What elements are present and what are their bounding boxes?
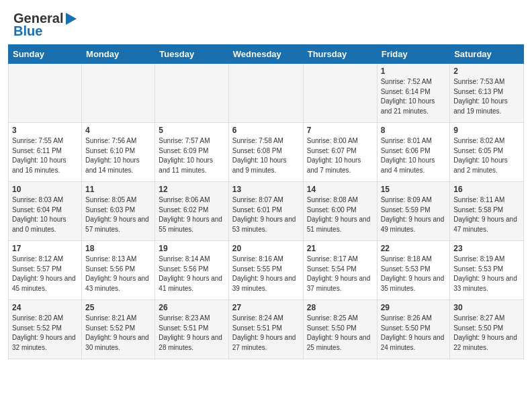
day-number: 13: [232, 185, 300, 194]
day-number: 28: [307, 303, 373, 312]
calendar-cell: 24Sunrise: 8:20 AMSunset: 5:52 PMDayligh…: [9, 300, 82, 359]
day-info: Sunrise: 8:09 AMSunset: 5:59 PMDaylight:…: [381, 195, 447, 234]
calendar-cell: [228, 64, 303, 123]
calendar-cell: 26Sunrise: 8:23 AMSunset: 5:51 PMDayligh…: [155, 300, 228, 359]
day-number: 24: [12, 303, 78, 312]
day-number: 17: [12, 244, 78, 253]
day-number: 19: [159, 244, 224, 253]
weekday-header-wednesday: Wednesday: [228, 45, 303, 64]
logo-blue: Blue: [13, 24, 42, 39]
day-info: Sunrise: 8:08 AMSunset: 6:00 PMDaylight:…: [307, 195, 373, 234]
calendar-cell: 25Sunrise: 8:21 AMSunset: 5:52 PMDayligh…: [82, 300, 155, 359]
calendar-cell: 3Sunrise: 7:55 AMSunset: 6:11 PMDaylight…: [9, 123, 82, 182]
day-info: Sunrise: 8:27 AMSunset: 5:50 PMDaylight:…: [453, 314, 520, 353]
day-info: Sunrise: 8:20 AMSunset: 5:52 PMDaylight:…: [12, 314, 78, 353]
calendar-cell: 27Sunrise: 8:24 AMSunset: 5:51 PMDayligh…: [228, 300, 303, 359]
calendar-wrapper: SundayMondayTuesdayWednesdayThursdayFrid…: [0, 44, 532, 367]
day-number: 15: [381, 185, 447, 194]
calendar-cell: [9, 64, 82, 123]
weekday-header-thursday: Thursday: [303, 45, 377, 64]
calendar-cell: 1Sunrise: 7:52 AMSunset: 6:14 PMDaylight…: [377, 64, 450, 123]
day-number: 14: [307, 185, 373, 194]
logo-arrow-icon: [63, 11, 78, 26]
calendar-cell: 17Sunrise: 8:12 AMSunset: 5:57 PMDayligh…: [9, 241, 82, 300]
calendar-cell: 18Sunrise: 8:13 AMSunset: 5:56 PMDayligh…: [82, 241, 155, 300]
calendar-cell: 9Sunrise: 8:02 AMSunset: 6:05 PMDaylight…: [450, 123, 524, 182]
calendar-cell: 7Sunrise: 8:00 AMSunset: 6:07 PMDaylight…: [303, 123, 377, 182]
day-info: Sunrise: 7:58 AMSunset: 6:08 PMDaylight:…: [232, 136, 300, 175]
day-info: Sunrise: 8:21 AMSunset: 5:52 PMDaylight:…: [85, 314, 151, 353]
calendar-cell: 12Sunrise: 8:06 AMSunset: 6:02 PMDayligh…: [155, 182, 228, 241]
calendar-cell: 2Sunrise: 7:53 AMSunset: 6:13 PMDaylight…: [450, 64, 524, 123]
day-info: Sunrise: 8:25 AMSunset: 5:50 PMDaylight:…: [307, 314, 373, 353]
day-info: Sunrise: 8:26 AMSunset: 5:50 PMDaylight:…: [381, 314, 447, 353]
day-number: 2: [453, 66, 520, 76]
calendar-week-1: 1Sunrise: 7:52 AMSunset: 6:14 PMDaylight…: [9, 64, 524, 123]
day-number: 5: [159, 126, 224, 135]
calendar-cell: 11Sunrise: 8:05 AMSunset: 6:03 PMDayligh…: [82, 182, 155, 241]
day-info: Sunrise: 8:13 AMSunset: 5:56 PMDaylight:…: [85, 255, 151, 293]
day-number: 25: [85, 303, 151, 312]
calendar-cell: 30Sunrise: 8:27 AMSunset: 5:50 PMDayligh…: [450, 300, 524, 359]
day-info: Sunrise: 8:07 AMSunset: 6:01 PMDaylight:…: [232, 195, 300, 234]
day-number: 30: [453, 303, 520, 312]
weekday-header-saturday: Saturday: [450, 45, 524, 64]
calendar-cell: [155, 64, 228, 123]
calendar-cell: 10Sunrise: 8:03 AMSunset: 6:04 PMDayligh…: [9, 182, 82, 241]
weekday-header-tuesday: Tuesday: [155, 45, 228, 64]
calendar-cell: [82, 64, 155, 123]
day-number: 11: [85, 185, 151, 194]
day-info: Sunrise: 8:23 AMSunset: 5:51 PMDaylight:…: [159, 314, 224, 353]
day-number: 23: [453, 244, 520, 253]
day-number: 6: [232, 126, 300, 135]
day-info: Sunrise: 8:00 AMSunset: 6:07 PMDaylight:…: [307, 136, 373, 175]
day-number: 10: [12, 185, 78, 194]
day-number: 16: [453, 185, 520, 194]
day-info: Sunrise: 8:19 AMSunset: 5:53 PMDaylight:…: [453, 255, 520, 293]
day-info: Sunrise: 8:01 AMSunset: 6:06 PMDaylight:…: [381, 136, 447, 175]
weekday-header-sunday: Sunday: [9, 45, 82, 64]
day-number: 22: [381, 244, 447, 253]
calendar-cell: 28Sunrise: 8:25 AMSunset: 5:50 PMDayligh…: [303, 300, 377, 359]
calendar-cell: 16Sunrise: 8:11 AMSunset: 5:58 PMDayligh…: [450, 182, 524, 241]
calendar-cell: 21Sunrise: 8:17 AMSunset: 5:54 PMDayligh…: [303, 241, 377, 300]
weekday-header-monday: Monday: [82, 45, 155, 64]
calendar-cell: 4Sunrise: 7:56 AMSunset: 6:10 PMDaylight…: [82, 123, 155, 182]
day-number: 7: [307, 126, 373, 135]
page-header: General Blue: [0, 0, 532, 44]
calendar-header-row: SundayMondayTuesdayWednesdayThursdayFrid…: [9, 45, 524, 64]
calendar-cell: 14Sunrise: 8:08 AMSunset: 6:00 PMDayligh…: [303, 182, 377, 241]
day-info: Sunrise: 7:52 AMSunset: 6:14 PMDaylight:…: [381, 77, 447, 116]
calendar-week-2: 3Sunrise: 7:55 AMSunset: 6:11 PMDaylight…: [9, 123, 524, 182]
day-number: 8: [381, 126, 447, 135]
calendar-cell: 13Sunrise: 8:07 AMSunset: 6:01 PMDayligh…: [228, 182, 303, 241]
day-number: 1: [381, 66, 447, 76]
calendar-cell: 22Sunrise: 8:18 AMSunset: 5:53 PMDayligh…: [377, 241, 450, 300]
day-info: Sunrise: 8:14 AMSunset: 5:56 PMDaylight:…: [159, 255, 224, 293]
calendar-cell: [303, 64, 377, 123]
calendar-cell: 20Sunrise: 8:16 AMSunset: 5:55 PMDayligh…: [228, 241, 303, 300]
day-info: Sunrise: 8:02 AMSunset: 6:05 PMDaylight:…: [453, 136, 520, 175]
day-info: Sunrise: 8:18 AMSunset: 5:53 PMDaylight:…: [381, 255, 447, 293]
calendar-week-5: 24Sunrise: 8:20 AMSunset: 5:52 PMDayligh…: [9, 300, 524, 359]
day-info: Sunrise: 7:56 AMSunset: 6:10 PMDaylight:…: [85, 136, 151, 175]
calendar-cell: 19Sunrise: 8:14 AMSunset: 5:56 PMDayligh…: [155, 241, 228, 300]
calendar-cell: 29Sunrise: 8:26 AMSunset: 5:50 PMDayligh…: [377, 300, 450, 359]
day-info: Sunrise: 8:06 AMSunset: 6:02 PMDaylight:…: [159, 195, 224, 234]
day-info: Sunrise: 8:12 AMSunset: 5:57 PMDaylight:…: [12, 255, 78, 293]
day-number: 3: [12, 126, 78, 135]
day-info: Sunrise: 8:03 AMSunset: 6:04 PMDaylight:…: [12, 195, 78, 234]
day-number: 18: [85, 244, 151, 253]
day-number: 20: [232, 244, 300, 253]
day-info: Sunrise: 8:16 AMSunset: 5:55 PMDaylight:…: [232, 255, 300, 293]
day-info: Sunrise: 8:11 AMSunset: 5:58 PMDaylight:…: [453, 195, 520, 234]
day-number: 27: [232, 303, 300, 312]
day-number: 9: [453, 126, 520, 135]
day-info: Sunrise: 7:53 AMSunset: 6:13 PMDaylight:…: [453, 77, 520, 116]
calendar-week-4: 17Sunrise: 8:12 AMSunset: 5:57 PMDayligh…: [9, 241, 524, 300]
calendar-week-3: 10Sunrise: 8:03 AMSunset: 6:04 PMDayligh…: [9, 182, 524, 241]
weekday-header-friday: Friday: [377, 45, 450, 64]
day-number: 21: [307, 244, 373, 253]
svg-marker-0: [66, 13, 77, 25]
calendar-table: SundayMondayTuesdayWednesdayThursdayFrid…: [8, 44, 524, 359]
